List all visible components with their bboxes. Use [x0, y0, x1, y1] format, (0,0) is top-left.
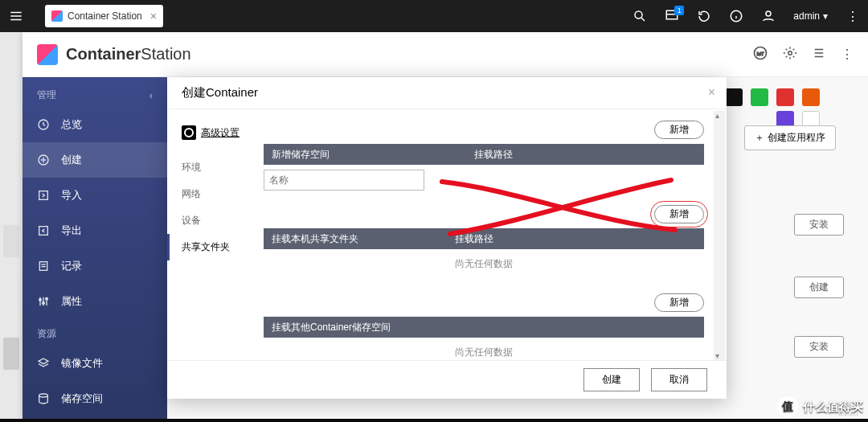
list-icon[interactable]	[812, 46, 826, 64]
col-header: 挂载本机共享文件夹	[272, 232, 358, 246]
refresh-icon[interactable]	[697, 9, 711, 23]
search-icon[interactable]	[633, 9, 647, 23]
section-header: 挂载其他Container储存空间	[264, 317, 704, 338]
sidebar-item-props[interactable]: 属性	[23, 284, 167, 319]
more-icon[interactable]: ⋮	[845, 9, 860, 23]
desktop-widget	[3, 338, 19, 370]
create-container-dialog: 创建Container × 高级设置 环境 网络 设备 共享文件夹 新增 新增储…	[167, 77, 727, 399]
col-header: 挂载路径	[455, 232, 493, 246]
empty-message: 尚无任何数据	[264, 249, 704, 279]
browser-tab[interactable]: Container Station ×	[45, 5, 163, 27]
add-button[interactable]: 新增	[654, 205, 704, 223]
app-tile[interactable]	[802, 88, 820, 106]
iot-icon[interactable]: IoT	[752, 45, 768, 64]
add-button[interactable]: 新增	[654, 293, 704, 312]
col-header: 挂载路径	[474, 148, 513, 162]
watermark: 值 什么值得买	[777, 396, 863, 417]
svg-rect-22	[39, 227, 48, 236]
sidebar-group: 资源	[37, 327, 56, 341]
sidebar-item-label: 记录	[61, 259, 82, 273]
sidebar-item-export[interactable]: 导出	[23, 213, 167, 248]
svg-point-13	[788, 51, 792, 55]
svg-point-33	[39, 394, 48, 397]
advanced-settings-toggle[interactable]: 高级设置	[182, 125, 256, 140]
install-button[interactable]: 安装	[794, 336, 844, 358]
sidebar-item-overview[interactable]: 总览	[23, 107, 167, 142]
sidebar-item-import[interactable]: 导入	[23, 178, 167, 213]
tab-shared-folder[interactable]: 共享文件夹	[167, 234, 256, 260]
user-label: admin	[793, 10, 820, 22]
svg-point-29	[39, 299, 42, 301]
app-logo	[37, 44, 58, 65]
app-tile[interactable]	[725, 88, 743, 106]
tab-device[interactable]: 设备	[182, 207, 256, 234]
button-label: 创建应用程序	[768, 131, 825, 145]
sidebar-item-label: 创建	[61, 153, 82, 167]
svg-line-4	[642, 18, 645, 21]
name-input[interactable]	[264, 170, 424, 191]
create-button[interactable]: 创建	[583, 368, 640, 391]
empty-message: 尚无任何数据	[264, 338, 704, 360]
create-button[interactable]: 创建	[794, 277, 844, 298]
cancel-button[interactable]: 取消	[651, 368, 707, 391]
sidebar-item-label: 总览	[61, 117, 82, 132]
app-tile[interactable]	[776, 88, 794, 106]
svg-marker-32	[39, 358, 48, 364]
collapse-icon[interactable]: ‹	[149, 90, 153, 101]
info-icon[interactable]	[729, 9, 743, 23]
sidebar-item-label: 属性	[61, 294, 82, 309]
tab-title: Container Station	[68, 10, 142, 22]
tab-env[interactable]: 环境	[182, 154, 256, 181]
user-icon[interactable]	[761, 9, 776, 23]
close-icon[interactable]: ×	[150, 10, 157, 23]
sidebar-item-log[interactable]: 记录	[23, 248, 167, 284]
gear-icon[interactable]	[783, 46, 797, 64]
sidebar-group: 管理	[37, 88, 56, 102]
sidebar-item-label: 导入	[61, 188, 82, 203]
app-tile[interactable]	[751, 88, 768, 106]
col-header: 新增储存空间	[272, 148, 330, 162]
tab-network[interactable]: 网络	[182, 181, 256, 207]
desktop-widget	[3, 225, 19, 257]
svg-point-10	[766, 11, 771, 16]
user-menu[interactable]: admin ▾	[793, 10, 828, 22]
sidebar-item-label: 镜像文件	[61, 356, 103, 371]
add-button[interactable]: 新增	[654, 121, 704, 139]
dashboard-icon[interactable]: 1	[665, 9, 679, 23]
app-title: ContainerStation	[66, 45, 191, 64]
svg-rect-21	[39, 191, 48, 200]
svg-point-30	[43, 302, 45, 305]
badge: 1	[674, 6, 684, 15]
sidebar-item-label: 导出	[61, 223, 82, 238]
close-icon[interactable]: ×	[708, 85, 715, 100]
more-icon[interactable]: ⋮	[841, 47, 854, 62]
taskbar	[0, 419, 868, 422]
create-app-button[interactable]: ＋ 创建应用程序	[744, 125, 836, 150]
sidebar-item-storage[interactable]: 储存空间	[23, 381, 167, 416]
watermark-text: 什么值得买	[803, 399, 863, 415]
svg-text:IoT: IoT	[757, 51, 764, 55]
sidebar-item-images[interactable]: 镜像文件	[23, 346, 167, 381]
svg-point-3	[635, 11, 642, 18]
app-icon	[51, 10, 63, 22]
sidebar: 管理‹ 总览 创建 导入 导出 记录 属性 资源 镜像文件 储存空间	[23, 77, 167, 419]
svg-point-31	[46, 297, 48, 300]
watermark-icon: 值	[777, 396, 798, 417]
advanced-label: 高级设置	[201, 126, 240, 140]
sidebar-item-label: 储存空间	[61, 391, 103, 406]
menu-icon[interactable]	[0, 0, 32, 32]
sidebar-item-create[interactable]: 创建	[23, 142, 167, 178]
section-header: 挂载本机共享文件夹 挂载路径	[264, 228, 704, 249]
section-header: 新增储存空间 挂载路径	[264, 144, 704, 165]
dialog-title: 创建Container	[182, 85, 258, 100]
install-button[interactable]: 安装	[794, 214, 844, 236]
col-header: 挂载其他Container储存空间	[272, 321, 391, 334]
gear-icon	[182, 125, 196, 140]
